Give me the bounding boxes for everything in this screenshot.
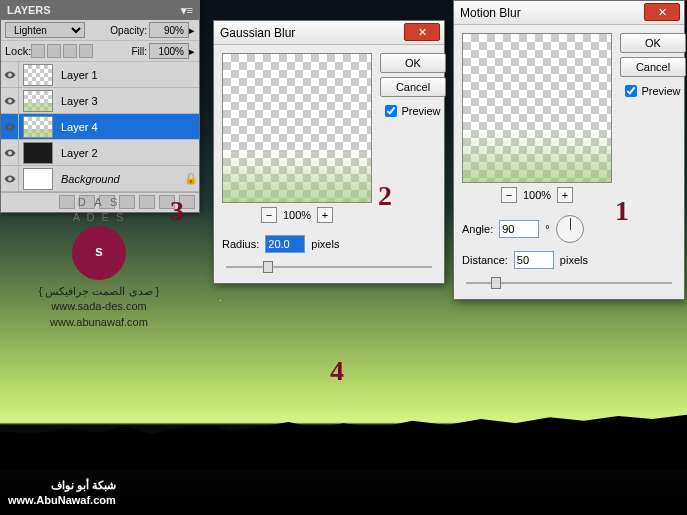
layer-name[interactable]: Layer 4	[57, 121, 183, 133]
layer-row[interactable]: Layer 4	[1, 114, 199, 140]
motion-preview[interactable]	[462, 33, 612, 183]
layer-thumbnail[interactable]	[23, 90, 53, 112]
motion-blur-dialog: Motion Blur ✕ − 100% + OK Cancel Preview…	[453, 0, 685, 300]
zoom-out-button[interactable]: −	[501, 187, 517, 203]
angle-label: Angle:	[462, 223, 493, 235]
radius-slider[interactable]	[226, 259, 432, 275]
preview-checkbox[interactable]: Preview	[625, 85, 680, 97]
zoom-out-button[interactable]: −	[261, 207, 277, 223]
visibility-toggle[interactable]	[1, 140, 19, 166]
watermark-arabic: { صدى الصمت جرافيكس }	[4, 284, 194, 299]
radius-unit: pixels	[311, 238, 339, 250]
layer-row[interactable]: Background🔒	[1, 166, 199, 192]
layer-name[interactable]: Layer 3	[57, 95, 183, 107]
gaussian-preview[interactable]	[222, 53, 372, 203]
close-button[interactable]: ✕	[644, 3, 680, 21]
layer-row[interactable]: Layer 2	[1, 140, 199, 166]
layers-panel-title: LAYERS	[7, 4, 51, 17]
visibility-toggle[interactable]	[1, 166, 19, 192]
opacity-label: Opacity:	[110, 25, 147, 36]
layer-name[interactable]: Background	[57, 173, 183, 185]
distance-slider[interactable]	[466, 275, 672, 291]
footer-watermark: شبكة أبو نواف www.AbuNawaf.com	[8, 478, 116, 507]
angle-input[interactable]	[499, 220, 539, 238]
zoom-level: 100%	[523, 189, 551, 201]
watermark-url1: www.sada-des.com	[4, 299, 194, 314]
distance-input[interactable]	[514, 251, 554, 269]
layer-thumbnail[interactable]	[23, 64, 53, 86]
cancel-button[interactable]: Cancel	[620, 57, 686, 77]
layers-list: Layer 1Layer 3Layer 4Layer 2Background🔒	[1, 62, 199, 192]
distance-label: Distance:	[462, 254, 508, 266]
layer-thumbnail[interactable]	[23, 116, 53, 138]
lock-icon: 🔒	[183, 172, 199, 185]
opacity-input[interactable]	[149, 22, 189, 38]
lock-position-icon[interactable]	[63, 44, 77, 58]
marker-4: 4	[330, 355, 344, 387]
visibility-toggle[interactable]	[1, 62, 19, 88]
blend-mode-select[interactable]: Lighten	[5, 22, 85, 38]
gaussian-title-bar[interactable]: Gaussian Blur ✕	[214, 21, 444, 45]
panel-menu-icon[interactable]: ▾≡	[181, 4, 193, 17]
marker-2: 2	[378, 180, 392, 212]
lock-options	[31, 44, 93, 58]
angle-unit: °	[545, 223, 549, 235]
cancel-button[interactable]: Cancel	[380, 77, 446, 97]
motion-title: Motion Blur	[460, 6, 521, 20]
zoom-in-button[interactable]: +	[317, 207, 333, 223]
fill-arrow-icon[interactable]: ▸	[189, 45, 195, 58]
watermark: D A S A D E S S { صدى الصمت جرافيكس } ww…	[4, 195, 194, 330]
distance-unit: pixels	[560, 254, 588, 266]
lock-transparent-icon[interactable]	[31, 44, 45, 58]
angle-dial[interactable]	[556, 215, 584, 243]
radius-input[interactable]	[265, 235, 305, 253]
close-button[interactable]: ✕	[404, 23, 440, 41]
marker-1: 1	[615, 195, 629, 227]
layer-name[interactable]: Layer 1	[57, 69, 183, 81]
lock-label: Lock:	[5, 45, 31, 57]
layer-row[interactable]: Layer 3	[1, 88, 199, 114]
layers-panel: LAYERS ▾≡ Lighten Opacity: ▸ Lock: Fill:…	[0, 0, 200, 213]
layers-panel-header: LAYERS ▾≡	[1, 1, 199, 20]
layer-row[interactable]: Layer 1	[1, 62, 199, 88]
fill-label: Fill:	[131, 46, 147, 57]
preview-checkbox[interactable]: Preview	[385, 105, 440, 117]
lock-pixels-icon[interactable]	[47, 44, 61, 58]
zoom-in-button[interactable]: +	[557, 187, 573, 203]
opacity-arrow-icon[interactable]: ▸	[189, 24, 195, 37]
radius-label: Radius:	[222, 238, 259, 250]
visibility-toggle[interactable]	[1, 114, 19, 140]
gaussian-blur-dialog: Gaussian Blur ✕ − 100% + OK Cancel Previ…	[213, 20, 445, 284]
lock-all-icon[interactable]	[79, 44, 93, 58]
logo-icon: S	[72, 226, 126, 280]
ok-button[interactable]: OK	[620, 33, 686, 53]
ok-button[interactable]: OK	[380, 53, 446, 73]
gaussian-title: Gaussian Blur	[220, 26, 295, 40]
layer-name[interactable]: Layer 2	[57, 147, 183, 159]
zoom-level: 100%	[283, 209, 311, 221]
motion-title-bar[interactable]: Motion Blur ✕	[454, 1, 684, 25]
marker-3: 3	[170, 195, 184, 227]
layer-thumbnail[interactable]	[23, 168, 53, 190]
fill-input[interactable]	[149, 43, 189, 59]
watermark-url2: www.abunawaf.com	[4, 315, 194, 330]
visibility-toggle[interactable]	[1, 88, 19, 114]
layer-thumbnail[interactable]	[23, 142, 53, 164]
